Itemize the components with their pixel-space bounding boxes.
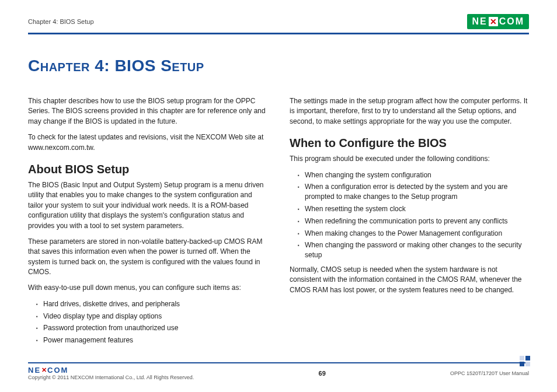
settings-intro-paragraph: The settings made in the setup program a… <box>290 96 529 127</box>
footer-rule <box>28 362 529 363</box>
list-item: Power management features <box>36 335 267 345</box>
footer-left: NE✕COM Copyright © 2011 NEXCOM Internati… <box>28 366 194 380</box>
page-content: Chapter 4: BIOS Setup This chapter descr… <box>28 34 529 350</box>
about-bios-heading: About BIOS Setup <box>28 161 267 178</box>
page-footer: NE✕COM Copyright © 2011 NEXCOM Internati… <box>28 362 529 380</box>
copyright-text: Copyright © 2011 NEXCOM International Co… <box>28 374 194 380</box>
list-item: When resetting the system clock <box>298 204 529 214</box>
logo-x-icon: ✕ <box>489 17 498 26</box>
logo-part-pre: NE <box>472 16 487 27</box>
list-item: When changing the password or making oth… <box>298 240 529 260</box>
footer-logo-post: COM <box>47 366 68 374</box>
about-bios-paragraph-3: With easy-to-use pull down menus, you ca… <box>28 283 267 293</box>
when-configure-heading: When to Configure the BIOS <box>290 135 529 152</box>
footer-logo-pre: NE <box>28 366 41 374</box>
about-bios-list: Hard drives, diskette drives, and periph… <box>36 299 267 345</box>
list-item: When making changes to the Power Managem… <box>298 229 529 239</box>
footer-logo-x-icon: ✕ <box>41 366 47 374</box>
when-configure-lead: This program should be executed under th… <box>290 154 529 164</box>
about-bios-paragraph-2: These parameters are stored in non-volat… <box>28 237 267 278</box>
header-chapter-label: Chapter 4: BIOS Setup <box>28 18 94 25</box>
list-item: Hard drives, diskette drives, and periph… <box>36 299 267 309</box>
list-item: When a configuration error is detected b… <box>298 182 529 202</box>
when-configure-closing: Normally, CMOS setup is needed when the … <box>290 265 529 295</box>
content-columns: This chapter describes how to use the BI… <box>28 96 529 350</box>
footer-logo: NE✕COM <box>28 366 68 374</box>
manual-name: OPPC 1520T/1720T User Manual <box>450 370 529 376</box>
when-configure-list: When changing the system configuration W… <box>298 170 529 260</box>
right-column: The settings made in the setup program a… <box>290 96 529 350</box>
intro-paragraph-1: This chapter describes how to use the BI… <box>28 96 267 127</box>
decorative-squares-icon <box>520 356 530 366</box>
list-item: Password protection from unauthorized us… <box>36 323 267 333</box>
footer-row: NE✕COM Copyright © 2011 NEXCOM Internati… <box>28 366 529 380</box>
brand-logo: NE✕COM <box>467 14 529 29</box>
about-bios-paragraph-1: The BIOS (Basic Input and Output System)… <box>28 180 267 231</box>
intro-paragraph-2: To check for the latest updates and revi… <box>28 132 267 153</box>
page-number: 69 <box>319 370 326 377</box>
page-header: Chapter 4: BIOS Setup NE✕COM <box>28 14 529 32</box>
list-item: When changing the system configuration <box>298 170 529 180</box>
chapter-title: Chapter 4: BIOS Setup <box>28 57 529 75</box>
left-column: This chapter describes how to use the BI… <box>28 96 267 350</box>
logo-part-post: COM <box>499 16 524 27</box>
list-item: When redefining the communication ports … <box>298 216 529 226</box>
list-item: Video display type and display options <box>36 312 267 321</box>
